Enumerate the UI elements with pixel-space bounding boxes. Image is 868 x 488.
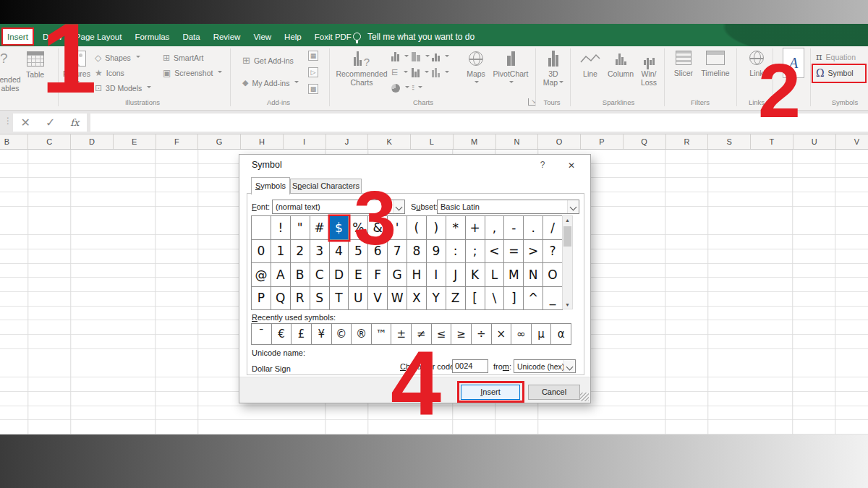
pivotchart-button[interactable]: PivotChart (492, 51, 529, 87)
ribbon-tab[interactable]: Review (207, 33, 247, 41)
recommended-charts-button[interactable]: ? Recommended Charts (334, 50, 389, 87)
symbol-cell[interactable]: $ (330, 216, 349, 240)
column-header[interactable]: C (28, 134, 71, 149)
cancel-button[interactable]: Cancel (528, 385, 580, 400)
symbol-cell[interactable]: O (543, 263, 563, 287)
smartart-button[interactable]: ⊞ SmartArt (163, 53, 203, 63)
symbol-cell[interactable]: ) (427, 216, 446, 240)
symbol-cell[interactable]: A (271, 263, 291, 287)
symbol-grid-scrollbar[interactable]: ▲ ▼ (562, 215, 573, 309)
symbol-cell[interactable]: D (330, 263, 349, 287)
ribbon-tab[interactable]: View (247, 33, 278, 41)
symbol-cell[interactable]: J (446, 263, 466, 287)
screenshot-button[interactable]: ▣ Screenshot (163, 68, 222, 78)
symbol-cell[interactable]: E (349, 263, 368, 287)
symbol-cell[interactable]: P (252, 287, 271, 311)
tab-special-characters[interactable]: Special Characters (290, 179, 362, 194)
tab-insert-active[interactable]: Insert (1, 27, 34, 46)
symbol-cell[interactable]: N (524, 263, 543, 287)
symbol-cell[interactable]: ! (271, 216, 291, 240)
symbol-cell[interactable]: K (466, 263, 485, 287)
chevron-down-icon[interactable] (563, 360, 575, 372)
insert-hierarchy-chart-button[interactable] (432, 52, 449, 61)
column-header[interactable]: S (708, 134, 751, 149)
symbol-cell[interactable]: T (330, 287, 349, 311)
symbol-cell[interactable] (252, 216, 271, 240)
column-header[interactable]: P (581, 134, 624, 149)
symbol-cell[interactable]: " (291, 216, 310, 240)
symbol-cell[interactable]: Q (271, 287, 291, 311)
recent-symbol-cell[interactable]: ¯ (252, 324, 272, 345)
maps-button[interactable]: Maps (461, 51, 490, 87)
insert-function-icon[interactable]: fx (70, 117, 79, 128)
symbol-cell[interactable]: 0 (252, 240, 271, 264)
recent-symbol-cell[interactable]: © (332, 324, 352, 345)
symbol-cell[interactable]: ] (504, 287, 524, 311)
symbol-cell[interactable]: Z (446, 287, 466, 311)
symbol-cell[interactable]: > (524, 240, 543, 264)
shapes-button[interactable]: ◇ Shapes (95, 53, 140, 63)
recent-symbol-cell[interactable]: € (272, 324, 292, 345)
insert-statistic-chart-button[interactable] (432, 68, 449, 77)
column-header[interactable]: N (496, 134, 539, 149)
symbol-cell[interactable]: V (368, 287, 388, 311)
resize-grip[interactable] (580, 393, 589, 401)
symbol-cell[interactable]: U (349, 287, 368, 311)
column-header[interactable]: Q (624, 134, 666, 149)
symbol-cell[interactable]: # (310, 216, 330, 240)
recent-symbol-cell[interactable]: µ (532, 324, 552, 345)
sparkline-column-button[interactable]: Column (606, 53, 635, 78)
symbol-cell[interactable]: C (310, 263, 330, 287)
column-header[interactable]: U (793, 134, 836, 149)
symbol-cell[interactable]: * (446, 216, 466, 240)
3d-map-button[interactable]: 3D Map (540, 51, 567, 87)
symbol-cell[interactable]: 1 (271, 240, 291, 264)
symbol-cell[interactable]: @ (252, 263, 271, 287)
scrollbar-thumb[interactable] (563, 226, 571, 247)
sparkline-line-button[interactable]: Line (577, 53, 603, 78)
insert-pie-chart-button[interactable] (391, 84, 409, 93)
symbol-cell[interactable]: Y (427, 287, 446, 311)
symbol-cell[interactable]: . (524, 216, 543, 240)
insert-column-chart-button[interactable] (391, 52, 409, 61)
symbol-cell[interactable]: 3 (310, 240, 330, 264)
symbol-cell[interactable]: M (504, 263, 524, 287)
symbol-cell[interactable]: ; (466, 240, 485, 264)
column-header[interactable]: K (368, 134, 411, 149)
sparkline-winloss-button[interactable]: Win/ Loss (637, 53, 661, 87)
equation-button[interactable]: π Equation (816, 51, 856, 62)
character-code-input[interactable]: 0024 (452, 359, 488, 373)
symbol-cell[interactable]: R (291, 287, 310, 311)
column-header[interactable]: V (836, 134, 868, 149)
icons-button[interactable]: ★ Icons (95, 68, 124, 78)
formula-bar-handle[interactable]: ⋮ (4, 116, 12, 126)
symbol-cell[interactable]: X (407, 287, 427, 311)
scroll-down-icon[interactable]: ▼ (563, 302, 572, 307)
symbol-cell[interactable]: I (427, 263, 446, 287)
column-header[interactable]: F (156, 134, 199, 149)
ribbon-tab[interactable]: Help (278, 33, 308, 41)
column-header[interactable]: R (666, 134, 709, 149)
symbol-cell[interactable]: ( (407, 216, 427, 240)
symbol-cell[interactable]: 9 (427, 240, 446, 264)
column-header[interactable]: E (114, 134, 156, 149)
scroll-up-icon[interactable]: ▲ (563, 218, 572, 223)
symbol-cell[interactable]: B (291, 263, 310, 287)
cancel-icon[interactable]: ✕ (21, 116, 30, 129)
insert-bar-chart-button[interactable] (412, 68, 429, 77)
symbol-cell[interactable]: : (446, 240, 466, 264)
chevron-down-icon[interactable] (393, 200, 404, 213)
recent-symbol-cell[interactable]: ® (352, 324, 372, 345)
column-header[interactable]: D (71, 134, 114, 149)
symbol-cell[interactable]: H (407, 263, 427, 287)
symbol-cell[interactable]: ? (543, 240, 563, 264)
recent-symbol-cell[interactable]: ™ (372, 324, 392, 345)
close-icon[interactable]: ✕ (561, 158, 582, 173)
visio-addin-icon[interactable]: ▦ (308, 51, 318, 61)
insert-scatter-chart-button[interactable]: ⁝⁝ (412, 84, 422, 92)
symbol-cell[interactable]: F (368, 263, 388, 287)
symbol-cell[interactable]: < (485, 240, 505, 264)
column-header[interactable]: B (0, 134, 28, 149)
column-header[interactable]: T (751, 134, 793, 149)
subset-dropdown[interactable]: Basic Latin (437, 200, 579, 214)
